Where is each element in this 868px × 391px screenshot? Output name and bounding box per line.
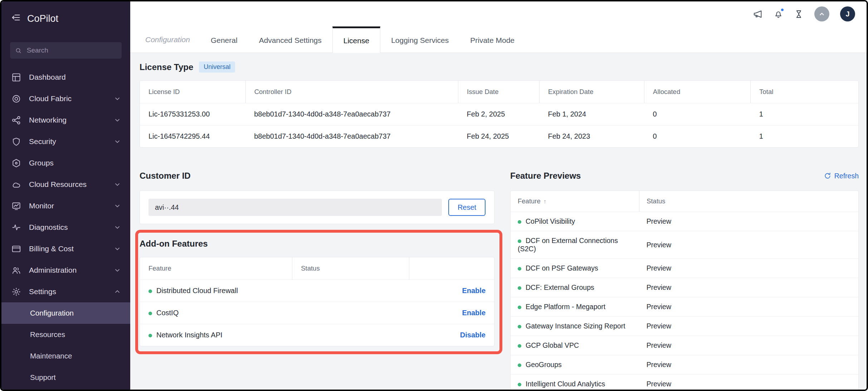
sidebar-search[interactable] (10, 42, 122, 59)
sidebar-item-administration[interactable]: Administration (1, 259, 130, 281)
license-type-badge: Universal (199, 61, 235, 73)
col-feature[interactable]: Feature↑ (511, 191, 639, 212)
license-table-card: License ID Controller ID Issue Date Expi… (140, 80, 859, 148)
tab-logging-services[interactable]: Logging Services (380, 26, 459, 53)
table-row: Network Insights API Disable (140, 324, 494, 346)
previews-table-header: Feature↑ Status (511, 191, 858, 212)
reset-button[interactable]: Reset (448, 199, 486, 216)
col-action (409, 257, 494, 280)
chevron-down-icon (114, 202, 121, 209)
dashboard-icon (11, 73, 21, 82)
table-row: CostIQ Enable (140, 302, 494, 324)
sidebar-item-settings[interactable]: Settings (1, 281, 130, 302)
table-row: Distributed Cloud Firewall Enable (140, 280, 494, 302)
avatar[interactable]: J (840, 6, 855, 21)
notification-dot (780, 8, 784, 12)
sidebar-item-dashboard[interactable]: Dashboard (1, 66, 130, 88)
license-type-title: License Type (140, 62, 193, 73)
addon-table-header: Feature Status (140, 257, 494, 280)
search-input[interactable] (26, 46, 117, 55)
license-table-header: License ID Controller ID Issue Date Expi… (140, 81, 858, 103)
chevron-up-icon (114, 288, 121, 295)
sidebar-item-monitor[interactable]: Monitor (1, 195, 130, 217)
col-issue-date: Issue Date (458, 81, 540, 103)
sidebar-item-groups[interactable]: Groups (1, 152, 130, 174)
table-row: Edge Platform - MegaportPreview (511, 297, 858, 317)
chevron-down-icon (114, 267, 121, 274)
table-row: GeoGroupsPreview (511, 355, 858, 375)
status-dot (148, 312, 152, 315)
addon-features-section: Add-on Features Feature Status (140, 238, 494, 346)
scroll-top-icon[interactable] (814, 6, 829, 21)
feature-previews-title: Feature Previews (510, 170, 581, 181)
col-license-id: License ID (140, 81, 245, 103)
sidebar-item-security[interactable]: Security (1, 131, 130, 152)
addon-table: Feature Status Distributed Cloud Firewal… (140, 257, 494, 346)
sidebar-item-networking[interactable]: Networking (1, 109, 130, 131)
sort-asc-icon: ↑ (543, 198, 546, 204)
table-row: Lic-1645742295.44 b8eb01d7-1340-4d0d-a34… (140, 125, 858, 148)
tab-general[interactable]: General (200, 26, 248, 53)
col-controller-id: Controller ID (245, 81, 458, 103)
diagnostics-icon (11, 223, 21, 232)
chevron-down-icon (114, 245, 121, 252)
table-row: DCF: External GroupsPreview (511, 278, 858, 297)
tab-license[interactable]: License (332, 26, 380, 53)
app-title: CoPilot (27, 13, 58, 24)
col-feature: Feature (140, 257, 292, 280)
chevron-down-icon (114, 95, 121, 102)
settings-icon (11, 287, 21, 297)
billing-icon (11, 244, 21, 254)
tab-advanced-settings[interactable]: Advanced Settings (248, 26, 332, 53)
disable-link[interactable]: Disable (460, 331, 486, 339)
tasks-icon[interactable] (794, 9, 804, 19)
enable-link[interactable]: Enable (462, 287, 486, 295)
groups-icon (11, 158, 21, 168)
breadcrumb: Configuration (145, 35, 190, 44)
tab-private-mode[interactable]: Private Mode (459, 26, 525, 53)
status-dot (518, 383, 521, 386)
security-icon (11, 137, 21, 147)
chevron-down-icon (114, 181, 121, 188)
status-dot (518, 363, 521, 367)
addon-features-title: Add-on Features (140, 238, 494, 249)
sidebar-item-maintenance[interactable]: Maintenance (1, 345, 130, 367)
announcements-icon[interactable] (753, 9, 763, 19)
chevron-down-icon (114, 224, 121, 231)
sidebar-item-configuration[interactable]: Configuration (1, 302, 130, 324)
refresh-button[interactable]: Refresh (824, 172, 859, 180)
chevron-down-icon (114, 138, 121, 145)
table-row: CoPilot VisibilityPreview (511, 212, 858, 231)
sidebar-item-diagnostics[interactable]: Diagnostics (1, 217, 130, 238)
col-total: Total (751, 81, 858, 103)
status-dot (148, 289, 152, 293)
sidebar-header: CoPilot (1, 1, 130, 26)
table-row: Lic-1675331253.00 b8eb01d7-1340-4d0d-a34… (140, 103, 858, 125)
sidebar-item-cloud-resources[interactable]: Cloud Resources (1, 174, 130, 195)
sidebar-item-resources[interactable]: Resources (1, 324, 130, 345)
status-dot (518, 344, 521, 348)
customer-id-input[interactable] (148, 199, 442, 216)
status-dot (518, 220, 521, 224)
table-row: DCF on PSF GatewaysPreview (511, 259, 858, 278)
license-table: License ID Controller ID Issue Date Expi… (140, 81, 858, 147)
enable-link[interactable]: Enable (462, 309, 486, 317)
chevron-down-icon (114, 117, 121, 124)
addon-table-card: Feature Status Distributed Cloud Firewal… (140, 257, 494, 346)
table-row: GCP Global VPCPreview (511, 336, 858, 355)
app-window: CoPilot Dashboard Cloud Fabric Networkin… (0, 0, 868, 391)
sidebar-item-cloud-fabric[interactable]: Cloud Fabric (1, 88, 130, 109)
previews-table: Feature↑ Status CoPilot VisibilityPrevie… (511, 191, 858, 390)
sidebar-item-billing-cost[interactable]: Billing & Cost (1, 238, 130, 259)
networking-icon (11, 115, 21, 125)
cloud-fabric-icon (11, 94, 21, 104)
cloud-resources-icon (11, 180, 21, 189)
collapse-sidebar-icon[interactable] (11, 13, 21, 25)
license-type-header: License Type Universal (140, 61, 859, 73)
sidebar-item-support[interactable]: Support (1, 367, 130, 388)
right-column: Feature Previews Refresh Feature↑ (510, 170, 859, 390)
notifications-icon[interactable] (774, 9, 783, 19)
administration-icon (11, 266, 21, 275)
status-dot (518, 286, 521, 290)
table-row: Gateway Instance Sizing ReportPreview (511, 317, 858, 336)
